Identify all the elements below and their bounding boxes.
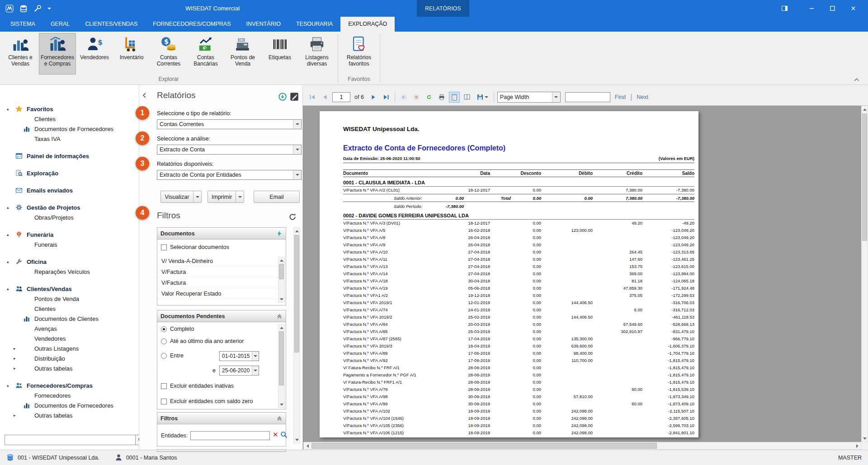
page-setup-button[interactable] (462, 92, 472, 103)
sidebar-item-favoritos[interactable]: ▴Favoritos (0, 104, 139, 114)
edit-report-icon[interactable] (290, 92, 299, 101)
available-reports-select[interactable]: Extracto de Conta por Entidades (157, 170, 302, 180)
window-style-button[interactable] (774, 0, 795, 17)
close-button[interactable] (843, 0, 863, 17)
document-type-item[interactable]: V/Factura (157, 277, 277, 288)
entities-input[interactable] (190, 431, 270, 440)
find-button[interactable]: Find (615, 94, 626, 100)
pending-documents-header[interactable]: Documentos Pendentes (157, 310, 286, 322)
filters-section-header[interactable]: Filtros (157, 413, 286, 424)
sidebar-item-exploracao[interactable]: Exploração (0, 168, 139, 178)
visualize-dropdown-icon[interactable] (193, 191, 201, 202)
clear-entities-icon[interactable]: ✕ (273, 431, 278, 439)
sidebar-item-emails-enviados[interactable]: Emails enviados (0, 185, 139, 195)
sidebar-item-oficina[interactable]: ▴Oficina (0, 257, 139, 267)
ribbon-button-contas-bancarias[interactable]: $Contas Bancárias (187, 33, 224, 75)
sidebar-item-distribuicao[interactable]: ▸Distribuição (0, 353, 139, 363)
tab-clientes-vendas[interactable]: CLIENTES/VENDAS (77, 17, 145, 32)
panel-scrollbar[interactable] (293, 227, 300, 443)
sidebar-item-vendedores[interactable]: Vendedores (0, 333, 139, 343)
sidebar-item-fornecedores-compras[interactable]: ▴Fornecedores/Compras (0, 380, 139, 390)
sidebar-item-reparacoes-veiculos[interactable]: Reparações Veículos (0, 267, 139, 277)
database-icon[interactable] (19, 5, 28, 13)
sidebar-item-clientes[interactable]: Clientes (0, 114, 139, 124)
tab-inventario[interactable]: INVENTÁRIO (239, 17, 288, 32)
chevron-down-icon[interactable] (293, 145, 301, 154)
last-page-button[interactable] (381, 92, 392, 103)
sidebar-item-funerais[interactable]: Funerais (0, 240, 139, 249)
ribbon-button-inventario[interactable]: Inventário (113, 33, 150, 75)
tab-sistema[interactable]: SISTEMA (3, 17, 43, 32)
documents-list-scrollbar[interactable] (278, 257, 285, 303)
tools-icon[interactable] (33, 5, 42, 13)
ribbon-button-etiquetas[interactable]: Etiquetas (261, 33, 298, 75)
collapse-ribbon-button[interactable] (854, 78, 860, 82)
sidebar-search-input[interactable] (5, 435, 136, 445)
sidebar-item-painel-de-informacoes[interactable]: Painel de informações (0, 151, 139, 161)
sidebar-item-gestao-de-projetos[interactable]: ▴Gestão de Projetos (0, 202, 139, 212)
sidebar-item-funeraria[interactable]: ▴Funerária (0, 230, 139, 240)
pending-section-scrollbar[interactable] (278, 324, 285, 408)
exclude-zero-balance-checkbox[interactable]: Excluir entidades com saldo zero (161, 398, 253, 404)
zoom-select[interactable]: Page Width (497, 92, 561, 103)
refresh-filters-icon[interactable] (288, 213, 297, 221)
report-type-select[interactable]: Contas Correntes (157, 119, 302, 129)
stop-button[interactable] (411, 92, 422, 103)
first-page-button[interactable] (307, 92, 318, 103)
chevron-down-icon[interactable] (252, 366, 259, 375)
option-completo-radio[interactable]: Completo (161, 326, 194, 332)
collapse-section-icon[interactable] (276, 313, 283, 319)
print-report-button[interactable]: Imprimir (208, 191, 244, 203)
next-page-button[interactable] (368, 92, 379, 103)
option-entre-radio[interactable]: Entre (161, 352, 184, 359)
exclude-inactive-checkbox[interactable]: Excluir entidades inativas (161, 383, 234, 389)
sidebar-item-clientes-vendas[interactable]: ▴Clientes/Vendas (0, 284, 139, 294)
document-type-item[interactable]: V/Factura (157, 267, 277, 277)
sidebar-item-outras-tabelas[interactable]: ▸Outras tabelas (0, 363, 139, 373)
sidebar-item-taxas-iva[interactable]: Taxas IVA (0, 134, 139, 144)
option-ate-ultimo-dia-radio[interactable]: Até ao último dia ano anterior (161, 338, 244, 344)
search-entities-icon[interactable] (280, 431, 288, 438)
report-horizontal-scrollbar[interactable] (303, 442, 861, 450)
ribbon-button-pontos-de-venda[interactable]: Pontos de Venda (224, 33, 261, 75)
tab-tesouraria[interactable]: TESOURARIA (288, 17, 340, 32)
chevron-down-icon[interactable] (293, 120, 301, 129)
date-to-select[interactable]: 25-06-2020 (219, 366, 259, 376)
collapse-section-icon[interactable] (276, 415, 283, 422)
date-from-select[interactable]: 01-01-2015 (219, 351, 259, 361)
collapse-panel-button[interactable] (142, 92, 148, 99)
maximize-button[interactable] (822, 0, 843, 17)
sidebar-item-clientes[interactable]: Clientes (0, 304, 139, 314)
ribbon-button-contas-correntes[interactable]: $Contas Correntes (150, 33, 187, 75)
chevron-down-icon[interactable] (293, 170, 301, 179)
print-layout-button[interactable] (449, 92, 460, 103)
select-documents-checkbox[interactable]: Selecionar documentos (161, 244, 229, 250)
ribbon-button-vendedores[interactable]: $Vendedores (76, 33, 113, 75)
find-next-button[interactable]: Next (637, 94, 648, 100)
sidebar-item-obras-projetos[interactable]: Obras/Projetos (0, 212, 139, 222)
chevron-down-icon[interactable] (252, 352, 259, 361)
sidebar-item-pontos-de-venda[interactable]: Pontos de Venda (0, 294, 139, 304)
email-button[interactable]: Email (254, 191, 300, 203)
visualize-button[interactable]: Visualizar (160, 191, 202, 203)
analysis-select[interactable]: Extracto de Conta (157, 145, 302, 155)
sidebar-item-documentos-de-fornecedores[interactable]: Documentos de Fornecedores (0, 124, 139, 134)
export-report-icon[interactable] (278, 92, 287, 101)
sidebar-item-documentos-de-clientes[interactable]: Documentos de Clientes (0, 314, 139, 324)
previous-page-button[interactable] (320, 92, 330, 103)
document-type-item[interactable]: Valor Recuperar Estado (157, 288, 277, 299)
ribbon-button-fornecedores-e-compras[interactable]: Fornecedores e Compras (39, 33, 76, 75)
qat-dropdown-icon[interactable] (47, 8, 51, 11)
sidebar-item-avencas[interactable]: Avenças (0, 324, 139, 333)
tab-fornecedores-compras[interactable]: FORNECEDORES/COMPRAS (145, 17, 238, 32)
sidebar-item-outras-tabelas[interactable]: ▸Outras tabelas (0, 410, 139, 420)
print-button[interactable] (436, 92, 447, 103)
ribbon-button-relatorios-favoritos[interactable]: Relatórios favoritos (340, 33, 377, 75)
sidebar-item-outras-listagens[interactable]: ▸Outras Listagens (0, 343, 139, 353)
ribbon-button-clientes-e-vendas[interactable]: Clientes e Vendas (2, 33, 39, 75)
report-vertical-scrollbar[interactable] (861, 106, 868, 442)
export-button[interactable] (474, 92, 491, 103)
ribbon-button-listagens-diversas[interactable]: Listagens diversas (298, 33, 335, 75)
refresh-button[interactable] (424, 92, 434, 103)
find-input[interactable] (565, 92, 610, 102)
